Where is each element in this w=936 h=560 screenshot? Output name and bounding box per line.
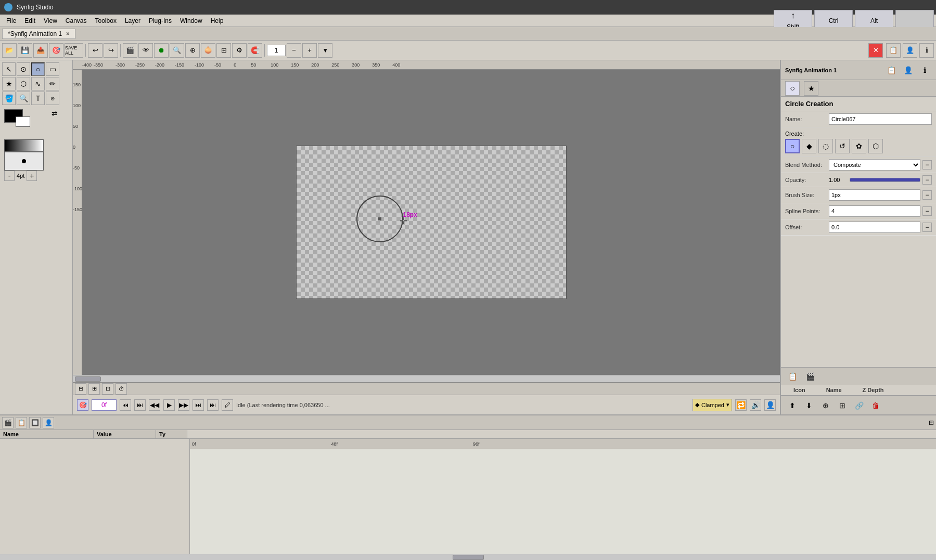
- animation-tab[interactable]: *Synfig Animation 1 ×: [2, 29, 75, 39]
- text-tool[interactable]: T: [31, 92, 45, 105]
- layers-icon-btn[interactable]: 📋: [884, 63, 899, 77]
- bone-tool[interactable]: ⊛: [46, 92, 59, 105]
- brush-size-input[interactable]: [829, 189, 920, 201]
- speaker-btn[interactable]: 🔊: [750, 399, 761, 411]
- bline-tool[interactable]: ∿: [31, 77, 45, 90]
- close-canvas-button[interactable]: ✕: [868, 43, 883, 58]
- timeline-icon-4[interactable]: 👤: [43, 417, 54, 428]
- smooth-tool[interactable]: ⊙: [17, 62, 30, 76]
- layer-tab-btn[interactable]: 📋: [785, 369, 800, 384]
- delete-layer-btn[interactable]: 🗑: [868, 398, 883, 413]
- swap-colors[interactable]: ⇄: [52, 109, 58, 118]
- link-layer-btn[interactable]: 🔗: [852, 398, 866, 413]
- zoom-dropdown[interactable]: ▾: [318, 43, 332, 58]
- star-mode-tab[interactable]: ★: [804, 81, 818, 96]
- blend-reset-btn[interactable]: −: [922, 160, 932, 170]
- circle-mode-tab[interactable]: ○: [785, 81, 800, 96]
- layers-panel-btn[interactable]: 📋: [886, 43, 901, 58]
- open-button[interactable]: 📂: [2, 43, 17, 58]
- diamond-create-btn[interactable]: ◆: [802, 139, 816, 153]
- menu-toolbox[interactable]: Toolbox: [91, 16, 121, 25]
- move-up-btn[interactable]: ⬆: [785, 398, 800, 413]
- spline-points-reset-btn[interactable]: −: [922, 206, 932, 216]
- offset-input[interactable]: [829, 222, 920, 233]
- circle-tool active[interactable]: ○: [31, 62, 45, 76]
- flower-create-btn[interactable]: ✿: [852, 139, 866, 153]
- info-icon-btn[interactable]: ℹ: [917, 63, 932, 77]
- tab-close[interactable]: ×: [66, 30, 70, 37]
- canvas-export[interactable]: ⊡: [102, 383, 113, 395]
- offset-reset-btn[interactable]: −: [922, 223, 932, 232]
- next-frame-btn[interactable]: ⏭: [207, 399, 219, 411]
- frame-number-input[interactable]: [267, 45, 286, 56]
- opacity-reset-btn[interactable]: −: [922, 175, 932, 185]
- render-anim-button[interactable]: 🎬: [123, 43, 137, 58]
- brush-plus[interactable]: +: [27, 171, 37, 181]
- fast-forward-btn[interactable]: ▶▶: [178, 399, 189, 411]
- end-btn[interactable]: ⏭: [193, 399, 204, 411]
- menu-plugins[interactable]: Plug-Ins: [145, 16, 176, 25]
- brush-minus[interactable]: -: [4, 171, 15, 181]
- menu-file[interactable]: File: [2, 16, 20, 25]
- save-button[interactable]: 💾: [18, 43, 32, 58]
- timeline-icon-1[interactable]: 🎬: [2, 417, 14, 428]
- timeline-icon-2[interactable]: 📋: [16, 417, 27, 428]
- menu-view[interactable]: View: [40, 16, 61, 25]
- menu-window[interactable]: Window: [176, 16, 207, 25]
- zoom-minus-button[interactable]: −: [287, 43, 301, 58]
- canvas-viewport[interactable]: ✛ 18px: [82, 70, 780, 375]
- background-color[interactable]: [16, 116, 30, 127]
- spline-points-input[interactable]: [829, 205, 920, 217]
- star-tool[interactable]: ★: [2, 77, 16, 90]
- circle-create-btn[interactable]: ○: [785, 139, 800, 153]
- clamped-dropdown[interactable]: ◆ Clamped ▾: [693, 399, 732, 411]
- export-button[interactable]: 📤: [33, 43, 48, 58]
- canvas-settings[interactable]: ⊞: [88, 383, 100, 395]
- gradient-box[interactable]: [4, 139, 44, 152]
- fill-tool[interactable]: 🪣: [2, 92, 16, 105]
- polygon-tool[interactable]: ⬡: [17, 77, 30, 90]
- opacity-slider[interactable]: [850, 178, 920, 182]
- add-layer-btn[interactable]: ⊕: [818, 398, 833, 413]
- blend-method-select[interactable]: Composite: [829, 159, 920, 171]
- scrollbar-thumb-h[interactable]: [75, 376, 101, 382]
- save-all-button[interactable]: SAVE ALL: [65, 43, 83, 58]
- anim-record-btn[interactable]: 🖊: [222, 399, 233, 411]
- timeline-track[interactable]: [190, 449, 936, 554]
- move-down-btn[interactable]: ⬇: [802, 398, 816, 413]
- brush-size-reset-btn[interactable]: −: [922, 190, 932, 200]
- toggle-panel[interactable]: ⊟: [75, 383, 86, 395]
- loop-btn[interactable]: 🔁: [735, 399, 747, 411]
- zoom-tool[interactable]: 🔍: [17, 92, 30, 105]
- settings-button[interactable]: ⚙: [232, 43, 247, 58]
- menu-canvas[interactable]: Canvas: [61, 16, 91, 25]
- spiral-create-btn[interactable]: ↺: [835, 139, 850, 153]
- render-button[interactable]: 🎯: [49, 43, 63, 58]
- record-button[interactable]: ⏺: [154, 43, 169, 58]
- frame-input[interactable]: [92, 399, 117, 411]
- canvas-scrollbar-h[interactable]: [73, 375, 780, 382]
- rewind-btn[interactable]: ◀◀: [149, 399, 160, 411]
- magnet-button[interactable]: 🧲: [248, 43, 262, 58]
- timeline-icon-3[interactable]: 🔲: [29, 417, 41, 428]
- menu-help[interactable]: Help: [207, 16, 228, 25]
- timeline-scroll-thumb[interactable]: [453, 555, 484, 560]
- play-btn[interactable]: ▶: [163, 399, 175, 411]
- start-btn[interactable]: ⏭: [134, 399, 146, 411]
- canvas-checkerboard[interactable]: ✛ 18px: [296, 146, 567, 299]
- timeline-collapse-btn[interactable]: ⊟: [929, 419, 934, 426]
- name-input[interactable]: [829, 113, 932, 125]
- person-btn[interactable]: 👤: [764, 399, 776, 411]
- menu-edit[interactable]: Edit: [20, 16, 40, 25]
- undo-button[interactable]: ↩: [88, 43, 102, 58]
- info-panel-btn[interactable]: ℹ: [919, 43, 934, 58]
- grid-button[interactable]: ⊞: [216, 43, 231, 58]
- rectangle-tool[interactable]: ▭: [46, 62, 59, 76]
- zoom-in-button[interactable]: ⊕: [185, 43, 200, 58]
- zoom-fit-button[interactable]: 🔍: [170, 43, 184, 58]
- duplicate-layer-btn[interactable]: ⊞: [835, 398, 850, 413]
- preview-button[interactable]: 👁: [138, 43, 153, 58]
- params-panel-btn[interactable]: 👤: [903, 43, 917, 58]
- poly-create-btn[interactable]: ⬡: [868, 139, 883, 153]
- menu-layer[interactable]: Layer: [121, 16, 145, 25]
